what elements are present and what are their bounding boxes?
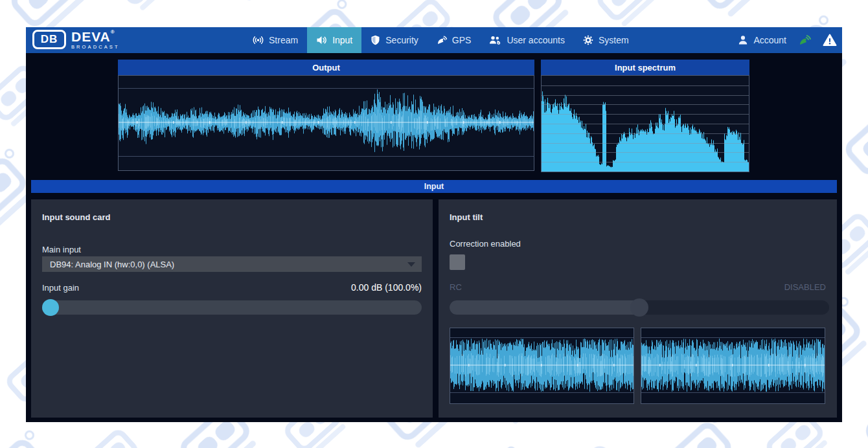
tilt-left-top-strip	[450, 328, 634, 338]
input-sound-card-panel: Input sound card Main input DB94: Analog…	[31, 199, 433, 418]
output-scope-bottom-strip	[119, 156, 534, 170]
nav-tabs: Stream Input Security	[244, 27, 638, 53]
chevron-down-icon	[407, 262, 415, 267]
tab-security-label: Security	[385, 35, 418, 45]
tilt-waveform-right-scope	[641, 328, 825, 404]
input-section-bar: Input	[31, 180, 837, 193]
main-input-label: Main input	[42, 245, 81, 254]
db-logo-icon: DB	[32, 30, 66, 49]
input-tilt-title: Input tilt	[450, 212, 483, 222]
deva-logo[interactable]: DB DEVA® BROADCAST	[32, 30, 120, 50]
rc-slider-fill	[450, 300, 639, 315]
input-spectrum-panel: Input spectrum	[541, 60, 749, 172]
sound-card-title: Input sound card	[42, 212, 110, 222]
warning-icon[interactable]	[823, 34, 837, 47]
rc-slider[interactable]	[450, 300, 829, 315]
tab-input-label: Input	[332, 35, 352, 45]
tab-user-accounts[interactable]: User accounts	[480, 27, 573, 53]
main-input-value: DB94: Analog IN (hw:0,0) (ALSA)	[50, 260, 174, 269]
output-waveform-display	[119, 89, 534, 156]
rc-status-badge: DISABLED	[784, 282, 826, 292]
account-icon	[738, 35, 748, 45]
input-gain-value: 0.00 dB (100.0%)	[351, 282, 422, 293]
main-input-select[interactable]: DB94: Analog IN (hw:0,0) (ALSA)	[42, 256, 422, 272]
logo-db-text: DB	[41, 33, 58, 46]
tab-user-accounts-label: User accounts	[507, 35, 564, 45]
tab-system-label: System	[599, 35, 629, 45]
input-tilt-panel: Input tilt Correction enabled RC DISABLE…	[439, 199, 837, 418]
correction-enabled-checkbox[interactable]	[450, 254, 465, 270]
output-panel-header: Output	[118, 60, 534, 75]
rc-row: RC DISABLED	[450, 282, 826, 292]
top-navbar: DB DEVA® BROADCAST Stream	[26, 27, 842, 53]
tilt-waveforms	[450, 328, 825, 404]
rc-label: RC	[450, 282, 462, 292]
account-button[interactable]: Account	[738, 35, 786, 45]
input-gain-slider-thumb[interactable]	[42, 299, 59, 316]
rc-slider-thumb[interactable]	[630, 298, 648, 317]
tab-system[interactable]: System	[574, 27, 638, 53]
logo-text: DEVA® BROADCAST	[71, 30, 120, 50]
tilt-right-top-strip	[641, 328, 825, 338]
tilt-right-bottom-strip	[641, 392, 825, 403]
broadcast-icon	[253, 35, 264, 45]
tilt-left-bottom-strip	[450, 392, 634, 403]
input-gain-row: Input gain 0.00 dB (100.0%)	[42, 282, 422, 293]
connection-ok-icon[interactable]	[797, 34, 812, 47]
gear-icon	[583, 35, 593, 45]
satellite-icon	[437, 35, 447, 45]
input-spectrum-display	[542, 76, 749, 172]
tilt-waveform-right-display	[641, 338, 825, 392]
tab-gps[interactable]: GPS	[428, 27, 481, 53]
shield-icon	[371, 35, 380, 45]
app-window: DB DEVA® BROADCAST Stream	[26, 27, 842, 422]
input-gain-slider[interactable]	[42, 300, 422, 315]
tilt-waveform-left-display	[450, 338, 634, 392]
input-gain-label: Input gain	[42, 283, 79, 293]
account-label: Account	[753, 35, 786, 45]
spectrum-scope	[541, 75, 749, 172]
tab-stream-label: Stream	[269, 35, 298, 45]
tilt-waveform-left-scope	[450, 328, 634, 404]
tab-gps-label: GPS	[452, 35, 472, 45]
users-icon	[489, 35, 501, 45]
tab-input[interactable]: Input	[307, 27, 361, 53]
nav-right-group: Account	[738, 27, 837, 53]
output-scope	[118, 75, 534, 171]
correction-enabled-label: Correction enabled	[450, 239, 521, 249]
speaker-icon	[316, 35, 327, 45]
output-scope-top-strip	[119, 76, 534, 89]
output-panel: Output	[118, 60, 534, 171]
logo-subtitle: BROADCAST	[71, 45, 120, 50]
tab-security[interactable]: Security	[361, 27, 428, 53]
tab-stream[interactable]: Stream	[244, 27, 307, 53]
input-spectrum-header: Input spectrum	[541, 60, 749, 75]
logo-name: DEVA®	[71, 30, 120, 43]
